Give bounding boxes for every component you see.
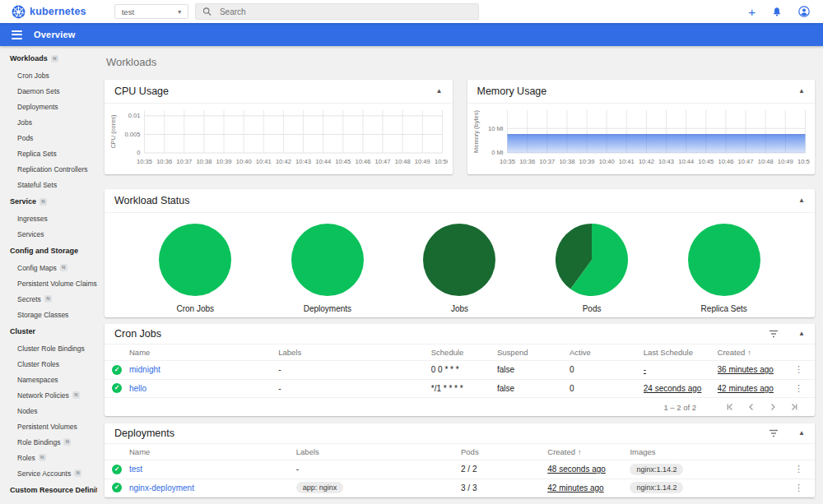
kubernetes-brand[interactable]: kubernetes bbox=[12, 5, 86, 19]
sidebar-item-cluster[interactable]: Cluster bbox=[0, 499, 97, 504]
sidebar-item-role-bindings[interactable]: Role BindingsN bbox=[0, 434, 97, 450]
column-header-name[interactable]: Name bbox=[129, 447, 296, 456]
sidebar-item-persistent-volumes[interactable]: Persistent Volumes bbox=[0, 418, 97, 434]
column-header-labels[interactable]: Labels bbox=[296, 447, 461, 456]
create-resource-plus-icon[interactable]: + bbox=[748, 6, 756, 18]
sidebar-section-service[interactable]: ServiceN bbox=[0, 192, 97, 210]
column-header-labels[interactable]: Labels bbox=[278, 348, 431, 357]
sidebar-section-cluster[interactable]: Cluster bbox=[0, 322, 97, 340]
sidebar-item-namespaces[interactable]: Namespaces bbox=[0, 372, 97, 387]
table-cell: 2 / 2 bbox=[461, 465, 547, 474]
deployments-collapse-caret-icon[interactable]: ▲ bbox=[798, 430, 805, 437]
svg-text:Memory (bytes): Memory (bytes) bbox=[472, 110, 480, 154]
cpu-usage-chart: 10:3510:3610:3710:3810:3910:4010:4110:42… bbox=[106, 105, 448, 174]
cron-jobs-filter-icon[interactable] bbox=[769, 330, 779, 338]
sidebar-item-replica-sets[interactable]: Replica Sets bbox=[0, 146, 97, 161]
sidebar-item-config-maps[interactable]: Config MapsN bbox=[0, 260, 97, 275]
search-icon bbox=[202, 7, 212, 16]
sidebar-item-label: Persistent Volumes bbox=[17, 423, 77, 431]
svg-text:10:47: 10:47 bbox=[375, 158, 391, 165]
table-row: ✓nginx-deploymentapp: nginx3 / 342 minut… bbox=[105, 479, 815, 498]
column-header-name[interactable]: Name bbox=[129, 348, 278, 357]
sidebar-item-replication-controllers[interactable]: Replication Controllers bbox=[0, 161, 97, 177]
sidebar-item-cluster-role-bindings[interactable]: Cluster Role Bindings bbox=[0, 340, 97, 356]
sidebar-item-network-policies[interactable]: Network PoliciesN bbox=[0, 387, 97, 403]
kebab-menu-icon[interactable]: ⋮ bbox=[794, 483, 803, 492]
sidebar-item-stateful-sets[interactable]: Stateful Sets bbox=[0, 177, 97, 192]
profile-user-icon[interactable] bbox=[798, 6, 810, 17]
cron-jobs-table: NameLabelsScheduleSuspendActiveLast Sche… bbox=[105, 344, 815, 398]
pie-label: Jobs bbox=[451, 304, 468, 313]
previous-page-icon[interactable] bbox=[741, 403, 762, 411]
kebab-menu-icon[interactable]: ⋮ bbox=[794, 465, 803, 474]
svg-text:10:38: 10:38 bbox=[559, 158, 574, 165]
cron-jobs-title: Cron Jobs bbox=[114, 328, 161, 340]
namespace-select[interactable]: test ▼ bbox=[114, 4, 188, 19]
sidebar-item-services[interactable]: Services bbox=[0, 226, 97, 242]
svg-text:10:37: 10:37 bbox=[176, 158, 192, 165]
kebab-menu-icon[interactable]: ⋮ bbox=[794, 384, 803, 393]
sidebar-section-custom-resource-definitions[interactable]: Custom Resource Definitions bbox=[0, 481, 97, 499]
last-page-icon[interactable] bbox=[783, 403, 805, 411]
sidebar-item-deployments[interactable]: Deployments bbox=[0, 99, 97, 114]
sidebar-item-storage-classes[interactable]: Storage Classes bbox=[0, 307, 97, 322]
column-header-active[interactable]: Active bbox=[570, 348, 644, 357]
status-icon-cell: ✓ bbox=[105, 465, 129, 474]
sidebar-item-daemon-sets[interactable]: Daemon Sets bbox=[0, 83, 97, 99]
sidebar-item-label: Network Policies bbox=[17, 391, 69, 400]
table-cell: 36 minutes ago bbox=[718, 365, 788, 374]
sidebar-item-jobs[interactable]: Jobs bbox=[0, 114, 97, 130]
table-cell: 24 seconds ago bbox=[644, 384, 718, 393]
column-header-suspend[interactable]: Suspend bbox=[497, 348, 570, 357]
first-page-icon[interactable] bbox=[719, 403, 741, 411]
table-cell: test bbox=[129, 465, 296, 474]
memory-collapse-caret-icon[interactable]: ▲ bbox=[798, 88, 805, 95]
column-header-created[interactable]: Created↑ bbox=[718, 348, 788, 357]
sidebar-item-persistent-volume-claims[interactable]: Persistent Volume ClaimsN bbox=[0, 275, 97, 291]
sidebar-section-config-and-storage[interactable]: Config and Storage bbox=[0, 242, 97, 260]
column-header-created[interactable]: Created↑ bbox=[547, 447, 630, 456]
memory-usage-title: Memory Usage bbox=[477, 86, 547, 97]
menu-hamburger-icon[interactable] bbox=[12, 30, 22, 39]
memory-usage-card: Memory Usage ▲ 10:3510:3610:3710:3810:39… bbox=[467, 80, 816, 174]
next-page-icon[interactable] bbox=[762, 403, 783, 411]
resource-name-link[interactable]: hello bbox=[129, 384, 146, 393]
cpu-collapse-caret-icon[interactable]: ▲ bbox=[436, 88, 443, 95]
table-cell: 0 0 * * * bbox=[431, 365, 497, 374]
notifications-bell-icon[interactable] bbox=[772, 7, 782, 17]
search-input[interactable] bbox=[220, 7, 472, 16]
svg-text:CPU (cores): CPU (cores) bbox=[109, 114, 117, 149]
resource-name-link[interactable]: midnight bbox=[129, 365, 160, 374]
sidebar-item-cron-jobs[interactable]: Cron Jobs bbox=[0, 67, 97, 83]
sidebar-item-roles[interactable]: RolesN bbox=[0, 450, 97, 465]
column-header-images[interactable]: Images bbox=[630, 447, 783, 456]
sidebar-item-cluster-roles[interactable]: Cluster Roles bbox=[0, 356, 97, 372]
svg-text:10:43: 10:43 bbox=[295, 158, 311, 165]
namespaced-badge: N bbox=[72, 391, 80, 399]
sidebar-item-secrets[interactable]: SecretsN bbox=[0, 291, 97, 307]
resource-name-link[interactable]: test bbox=[129, 465, 142, 474]
workload-pie-cron-jobs: Cron Jobs bbox=[129, 224, 262, 313]
column-header-pods[interactable]: Pods bbox=[461, 447, 547, 456]
kebab-menu-icon[interactable]: ⋮ bbox=[794, 365, 803, 374]
cron-jobs-collapse-caret-icon[interactable]: ▲ bbox=[798, 331, 805, 337]
sidebar-item-pods[interactable]: Pods bbox=[0, 130, 97, 146]
column-header-last-schedule[interactable]: Last Schedule bbox=[644, 348, 718, 357]
status-collapse-caret-icon[interactable]: ▲ bbox=[798, 197, 805, 204]
sidebar-item-ingresses[interactable]: Ingresses bbox=[0, 210, 97, 226]
column-header-schedule[interactable]: Schedule bbox=[431, 348, 497, 357]
sidebar-item-service-accounts[interactable]: Service AccountsN bbox=[0, 465, 97, 481]
status-icon-cell: ✓ bbox=[105, 483, 129, 492]
sidebar-item-label: Config Maps bbox=[17, 264, 57, 272]
relative-time: 36 minutes ago bbox=[718, 365, 774, 374]
table-header-row: NameLabelsScheduleSuspendActiveLast Sche… bbox=[105, 344, 815, 361]
resource-name-link[interactable]: nginx-deployment bbox=[129, 483, 194, 492]
sidebar-section-label: Config and Storage bbox=[10, 247, 78, 255]
chevron-down-icon: ▼ bbox=[177, 9, 183, 15]
deployments-filter-icon[interactable] bbox=[769, 429, 779, 437]
table-cell: nginx-deployment bbox=[129, 483, 296, 492]
status-icon-cell: ✓ bbox=[105, 365, 129, 375]
column-header-label: Name bbox=[129, 447, 150, 456]
sidebar-item-nodes[interactable]: Nodes bbox=[0, 403, 97, 418]
sidebar-section-workloads[interactable]: WorkloadsN bbox=[0, 49, 97, 67]
